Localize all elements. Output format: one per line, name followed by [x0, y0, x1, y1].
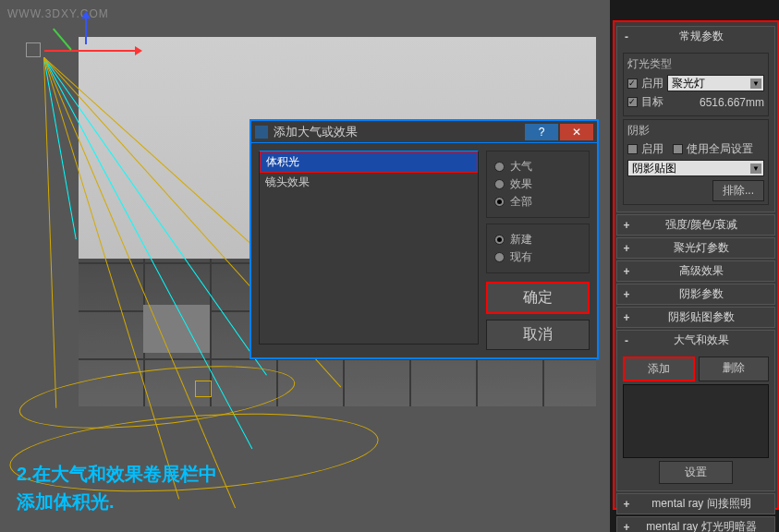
effect-listbox[interactable]: 体积光 镜头效果 — [259, 151, 479, 345]
use-global-checkbox[interactable] — [673, 144, 683, 154]
radio-new[interactable] — [494, 235, 505, 245]
radio-atmosphere-label: 大气 — [510, 159, 532, 175]
rollout-general: - 常规参数 灯光类型 启用 聚光灯 目标 6516.667mm 阴影 — [616, 26, 775, 212]
shadow-group: 阴影 启用 使用全局设置 阴影贴图 排除... — [623, 119, 769, 205]
watermark-text: WWW.3DXY.COM — [7, 7, 109, 20]
list-item-volume-light[interactable]: 体积光 — [260, 151, 478, 173]
close-button[interactable]: ✕ — [560, 124, 593, 140]
radio-all[interactable] — [494, 197, 505, 207]
shadow-enable-checkbox[interactable] — [627, 144, 638, 154]
help-button[interactable]: ? — [525, 124, 558, 140]
delete-button[interactable]: 删除 — [699, 357, 769, 381]
rollout-atmosphere-header[interactable]: - 大气和效果 — [617, 331, 774, 350]
atmosphere-listbox[interactable] — [623, 384, 769, 458]
collapse-icon: - — [621, 334, 632, 347]
rollout-mr-indirect-header[interactable]: +mental ray 间接照明 — [616, 493, 775, 514]
list-item-lens-effect[interactable]: 镜头效果 — [260, 173, 478, 192]
mode-radio-group: 新建 现有 — [486, 224, 590, 273]
radio-atmosphere[interactable] — [494, 162, 505, 172]
dialog-titlebar[interactable]: 添加大气或效果 ? ✕ — [251, 121, 597, 143]
gizmo-origin-box — [26, 42, 41, 57]
use-global-label: 使用全局设置 — [687, 141, 753, 157]
target-label: 目标 — [641, 94, 663, 110]
dialog-title: 添加大气或效果 — [274, 124, 523, 140]
shadow-type-dropdown[interactable]: 阴影贴图 — [627, 160, 764, 176]
target-checkbox[interactable] — [627, 97, 638, 107]
enable-checkbox[interactable] — [627, 79, 638, 89]
add-atmosphere-dialog: 添加大气或效果 ? ✕ 体积光 镜头效果 大气 效果 全部 新建 现有 确定 取… — [250, 119, 599, 359]
rollout-advanced-header[interactable]: +高级效果 — [616, 260, 775, 282]
cancel-button[interactable]: 取消 — [486, 320, 590, 350]
rollout-intensity-header[interactable]: +强度/颜色/衰减 — [616, 214, 775, 236]
radio-new-label: 新建 — [510, 232, 532, 248]
dialog-icon — [255, 126, 268, 139]
modify-panel: - 常规参数 灯光类型 启用 聚光灯 目标 6516.667mm 阴影 — [613, 20, 779, 510]
rollout-spotlight-header[interactable]: +聚光灯参数 — [616, 237, 775, 259]
gizmo-z-axis — [85, 17, 87, 44]
rollout-general-header[interactable]: - 常规参数 — [617, 27, 774, 46]
filter-radio-group: 大气 效果 全部 — [486, 151, 590, 218]
exclude-button[interactable]: 排除... — [712, 180, 764, 201]
radio-existing[interactable] — [494, 252, 505, 262]
collapse-icon: - — [621, 30, 632, 43]
setup-button[interactable]: 设置 — [659, 461, 733, 484]
shadow-enable-label: 启用 — [641, 141, 663, 157]
radio-effect-label: 效果 — [510, 176, 532, 192]
target-distance-value: 6516.667mm — [667, 96, 764, 109]
add-button[interactable]: 添加 — [623, 357, 695, 381]
radio-existing-label: 现有 — [510, 249, 532, 265]
enable-label: 启用 — [641, 76, 663, 91]
radio-all-label: 全部 — [510, 194, 532, 210]
annotation-caption: 2.在大气和效果卷展栏中 添加体积光. — [17, 460, 217, 515]
caption-line-1: 2.在大气和效果卷展栏中 — [17, 460, 217, 488]
rollout-shadow-params-header[interactable]: +阴影参数 — [616, 284, 775, 305]
light-type-dropdown[interactable]: 聚光灯 — [667, 75, 764, 91]
rollout-shadow-map-header[interactable]: +阴影贴图参数 — [616, 307, 775, 328]
radio-effect[interactable] — [494, 179, 505, 189]
ok-button[interactable]: 确定 — [486, 282, 590, 314]
rollout-mr-shader-header[interactable]: +mental ray 灯光明暗器 — [616, 516, 775, 532]
caption-line-2: 添加体积光. — [17, 488, 217, 515]
rollout-atmosphere: - 大气和效果 添加 删除 设置 — [616, 330, 775, 491]
light-type-group: 灯光类型 启用 聚光灯 目标 6516.667mm — [623, 53, 769, 116]
